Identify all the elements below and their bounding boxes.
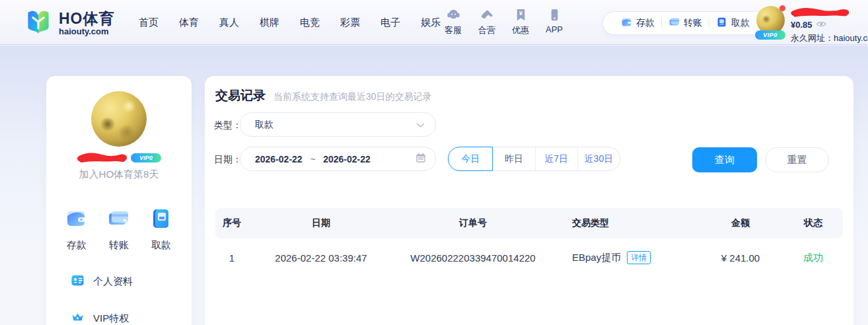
sidebar-item-profile[interactable]: 个人资料 — [46, 271, 192, 291]
header-status: 状态 — [783, 217, 843, 229]
deposit-label: 存款 — [636, 17, 655, 29]
user-avatar[interactable]: VIP0 — [756, 6, 785, 34]
quick-filter-today[interactable]: 今日 — [448, 147, 493, 171]
nav-item-chess[interactable]: 棋牌 — [256, 14, 283, 32]
quick-filter-30days[interactable]: 近30日 — [577, 147, 620, 170]
type-filter-label: 类型： — [214, 120, 242, 131]
cell-amount: ¥ 241.00 — [698, 252, 783, 264]
customer-service-label: 客服 — [445, 24, 462, 36]
transaction-type-select[interactable]: 取款 — [240, 112, 436, 137]
promotions-button[interactable]: ¥ 优惠 — [509, 7, 532, 36]
header-order-no: 订单号 — [394, 217, 552, 229]
detail-link[interactable]: 详情 — [627, 251, 651, 264]
nav-item-sports[interactable]: 体育 — [175, 14, 203, 32]
wallet-action-pill: 存款 转账 取款 — [602, 11, 768, 35]
utility-icons: 客服 合营 ¥ 优惠 — [441, 7, 566, 36]
vip-level-badge: VIP0 — [755, 30, 785, 40]
header-amount: 金额 — [698, 217, 783, 229]
sidebar-withdraw-label: 取款 — [151, 239, 171, 252]
date-quick-filter-group: 今日 昨日 近7日 近30日 — [448, 147, 620, 171]
headset-icon — [446, 7, 461, 22]
transfer-label: 转账 — [684, 17, 702, 29]
withdraw-button[interactable]: 取款 — [709, 17, 756, 30]
profile-avatar[interactable] — [91, 91, 147, 147]
wallet-shortcuts: 存款 转账 取款 — [46, 207, 192, 252]
profile-sidebar: VIP0 加入HO体育第8天 存款 — [46, 76, 192, 325]
phone-icon — [547, 7, 562, 22]
id-card-icon — [71, 273, 85, 290]
eye-icon[interactable] — [816, 18, 826, 30]
redacted-username — [77, 152, 127, 163]
customer-service-button[interactable]: 客服 — [441, 7, 465, 36]
transaction-records-panel: 交易记录 当前系统支持查询最近30日的交易记录 类型： 取款 日期： 2026-… — [205, 76, 853, 325]
deposit-wallet-icon — [65, 207, 89, 233]
sidebar-item-profile-label: 个人资料 — [93, 275, 133, 288]
deposit-wallet-icon — [621, 17, 632, 30]
nav-item-esports[interactable]: 电竞 — [296, 14, 324, 32]
user-account-area[interactable]: VIP0 ¥0.85 永久网址：haiouty.co — [756, 6, 785, 34]
sidebar-withdraw-button[interactable]: 取款 — [149, 207, 173, 252]
transactions-table: 序号 日期 订单号 交易类型 金额 状态 1 2026-02-22 03:39:… — [215, 208, 843, 277]
cell-date: 2026-02-22 03:39:47 — [248, 252, 394, 264]
date-separator: ~ — [310, 154, 316, 164]
sidebar-item-vip[interactable]: VIP特权 — [46, 308, 192, 325]
table-row: 1 2026-02-22 03:39:47 W20260222033947001… — [215, 238, 843, 277]
vip-level-badge: VIP0 — [131, 153, 161, 162]
nav-item-home[interactable]: 首页 — [135, 14, 163, 32]
sidebar-transfer-button[interactable]: 转账 — [107, 207, 131, 252]
cell-type: EBpay提币 — [572, 252, 621, 264]
page-title: 交易记录 — [215, 87, 266, 104]
nav-item-lottery[interactable]: 彩票 — [336, 14, 364, 32]
calendar-icon — [416, 153, 426, 166]
transfer-card-icon — [107, 207, 131, 233]
promotions-label: 优惠 — [512, 24, 529, 36]
page-subtitle: 当前系统支持查询最近30日的交易记录 — [273, 91, 432, 103]
quick-filter-yesterday[interactable]: 昨日 — [493, 147, 534, 170]
cell-order-no: W202602220339470014220 — [394, 252, 552, 264]
app-download-button[interactable]: APP — [542, 7, 566, 36]
promo-ribbon-icon: ¥ — [513, 7, 528, 22]
date-from-value: 2026-02-22 — [255, 154, 303, 164]
sidebar-deposit-button[interactable]: 存款 — [65, 207, 89, 252]
brand-name: HO体育 — [59, 11, 115, 26]
partnership-label: 合营 — [478, 24, 495, 36]
partnership-button[interactable]: 合营 — [475, 7, 499, 36]
handshake-icon — [480, 7, 495, 22]
date-range-input[interactable]: 2026-02-22 ~ 2026-02-22 — [240, 147, 436, 171]
permanent-url: 永久网址：haiouty.co — [791, 32, 868, 44]
crown-icon — [71, 310, 85, 325]
header-date: 日期 — [248, 217, 394, 229]
table-header-row: 序号 日期 订单号 交易类型 金额 状态 — [215, 208, 843, 238]
brand-logo-icon — [24, 7, 53, 39]
nav-item-live[interactable]: 真人 — [215, 14, 243, 32]
brand-logo[interactable]: HO体育 haiouty.com — [24, 7, 115, 39]
sidebar-item-vip-label: VIP特权 — [93, 312, 129, 325]
date-to-value: 2026-02-22 — [323, 154, 371, 164]
transfer-button[interactable]: 转账 — [662, 17, 709, 30]
cell-status: 成功 — [783, 252, 843, 264]
membership-duration: 加入HO体育第8天 — [46, 168, 192, 181]
header-no: 序号 — [215, 217, 248, 229]
nav-item-entertainment[interactable]: 娱乐 — [417, 14, 445, 32]
withdraw-book-icon — [149, 207, 173, 233]
brand-domain: haiouty.com — [59, 26, 115, 36]
chevron-down-icon — [416, 119, 425, 131]
main-nav: 首页 体育 真人 棋牌 电竞 彩票 电子 娱乐 — [135, 0, 445, 45]
account-balance: ¥0.85 — [791, 20, 813, 30]
reset-button[interactable]: 重置 — [765, 147, 829, 172]
deposit-button[interactable]: 存款 — [614, 17, 661, 30]
sidebar-deposit-label: 存款 — [67, 239, 87, 252]
app-download-label: APP — [546, 24, 563, 34]
header-type: 交易类型 — [552, 217, 698, 229]
transfer-wallet-icon — [669, 17, 680, 30]
transaction-type-value: 取款 — [255, 119, 416, 131]
date-filter-label: 日期： — [214, 154, 242, 166]
sidebar-transfer-label: 转账 — [109, 239, 129, 252]
top-navbar: HO体育 haiouty.com 首页 体育 真人 棋牌 电竞 彩票 电子 娱乐… — [0, 0, 868, 45]
nav-item-slots[interactable]: 电子 — [377, 14, 404, 32]
withdraw-label: 取款 — [731, 17, 750, 29]
quick-filter-7days[interactable]: 近7日 — [535, 147, 577, 170]
search-button[interactable]: 查询 — [692, 147, 757, 172]
cell-no: 1 — [215, 252, 248, 264]
withdraw-wallet-icon — [716, 17, 727, 30]
